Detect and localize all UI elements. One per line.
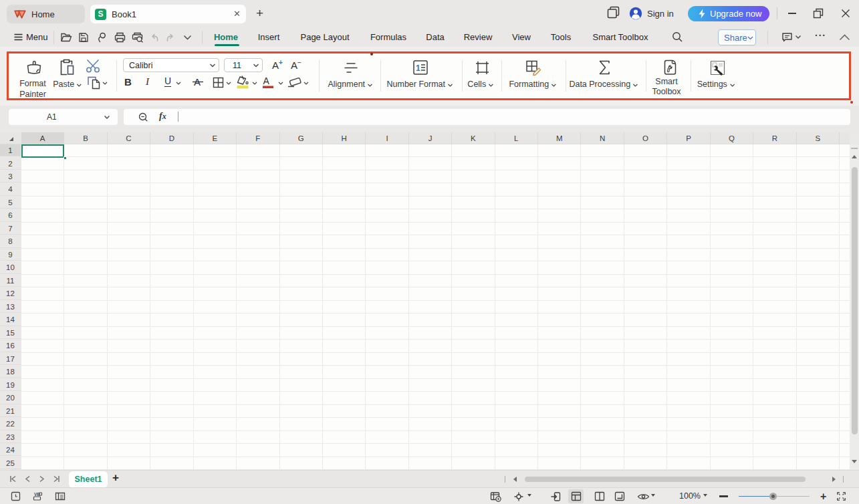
svg-text:1: 1	[416, 64, 420, 73]
svg-text:A: A	[263, 76, 270, 86]
